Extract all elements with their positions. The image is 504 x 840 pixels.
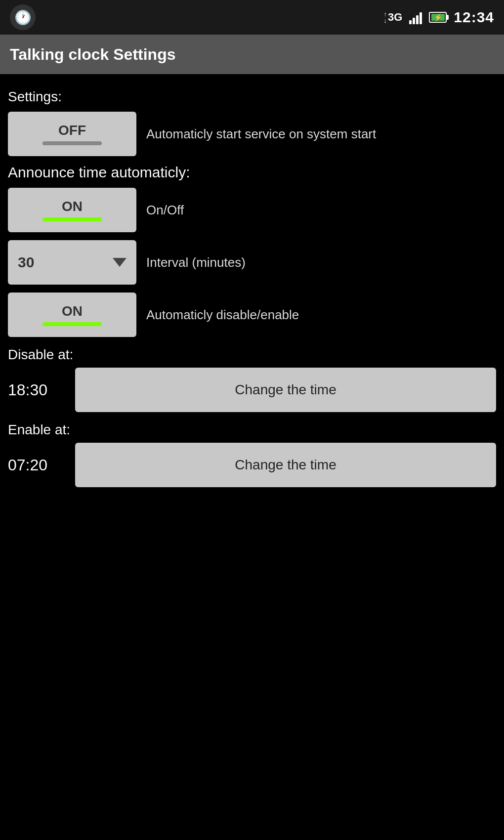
signal-strength-icon bbox=[409, 10, 422, 24]
auto-disable-indicator bbox=[42, 322, 102, 326]
enable-at-row: 07:20 Change the time bbox=[8, 443, 496, 487]
status-bar-left: 🕐 bbox=[10, 4, 36, 30]
signal-bar-1 bbox=[409, 20, 412, 24]
signal-bar-4 bbox=[420, 12, 422, 24]
announce-section: Announce time automaticly: ON On/Off 30 … bbox=[8, 164, 496, 337]
data-arrows-icon: ↑ ↓ bbox=[383, 11, 387, 24]
main-content: Settings: OFF Automaticly start service … bbox=[0, 74, 504, 505]
announce-onoff-row: ON On/Off bbox=[8, 188, 496, 232]
app-icon: 🕐 bbox=[10, 4, 36, 30]
network-3g-icon: ↑ ↓ 3G bbox=[383, 11, 402, 24]
page-title: Talking clock Settings bbox=[10, 45, 175, 64]
battery-icon: ⚡ bbox=[429, 12, 447, 23]
auto-start-description: Automaticly start service on system star… bbox=[146, 126, 496, 142]
status-bar-time: 12:34 bbox=[454, 9, 494, 26]
disable-at-change-button[interactable]: Change the time bbox=[75, 368, 496, 412]
auto-start-row: OFF Automaticly start service on system … bbox=[8, 112, 496, 156]
disable-at-section: Disable at: 18:30 Change the time bbox=[8, 347, 496, 412]
status-bar-right: ↑ ↓ 3G ⚡ 12:34 bbox=[383, 9, 494, 26]
enable-at-section: Enable at: 07:20 Change the time bbox=[8, 422, 496, 487]
enable-at-change-button[interactable]: Change the time bbox=[75, 443, 496, 487]
enable-at-time: 07:20 bbox=[8, 456, 67, 474]
auto-start-indicator bbox=[42, 141, 102, 145]
auto-disable-toggle-state: ON bbox=[62, 303, 83, 319]
battery-charging-icon: ⚡ bbox=[434, 13, 442, 21]
auto-start-toggle-state: OFF bbox=[58, 123, 86, 138]
announce-onoff-description: On/Off bbox=[146, 203, 496, 218]
announce-onoff-toggle[interactable]: ON bbox=[8, 188, 136, 232]
auto-start-toggle[interactable]: OFF bbox=[8, 112, 136, 156]
auto-disable-row: ON Automaticly disable/enable bbox=[8, 293, 496, 337]
signal-bar-3 bbox=[416, 15, 419, 24]
interval-row: 30 Interval (minutes) bbox=[8, 240, 496, 285]
enable-at-label: Enable at: bbox=[8, 422, 496, 438]
announce-section-label: Announce time automaticly: bbox=[8, 164, 496, 181]
disable-at-row: 18:30 Change the time bbox=[8, 368, 496, 412]
auto-disable-toggle[interactable]: ON bbox=[8, 293, 136, 337]
announce-toggle-state: ON bbox=[62, 199, 83, 214]
action-bar: Talking clock Settings bbox=[0, 35, 504, 74]
announce-toggle-indicator bbox=[42, 217, 102, 221]
dropdown-arrow-icon bbox=[113, 258, 126, 267]
interval-dropdown[interactable]: 30 bbox=[8, 240, 136, 285]
settings-section: Settings: OFF Automaticly start service … bbox=[8, 89, 496, 156]
disable-at-label: Disable at: bbox=[8, 347, 496, 363]
interval-description: Interval (minutes) bbox=[146, 255, 496, 270]
signal-bar-2 bbox=[413, 18, 415, 24]
status-bar: 🕐 ↑ ↓ 3G ⚡ 12:34 bbox=[0, 0, 504, 35]
disable-at-time: 18:30 bbox=[8, 381, 67, 399]
auto-disable-description: Automaticly disable/enable bbox=[146, 307, 496, 323]
settings-section-label: Settings: bbox=[8, 89, 496, 105]
interval-value: 30 bbox=[18, 254, 34, 271]
clock-icon: 🕐 bbox=[14, 9, 32, 26]
